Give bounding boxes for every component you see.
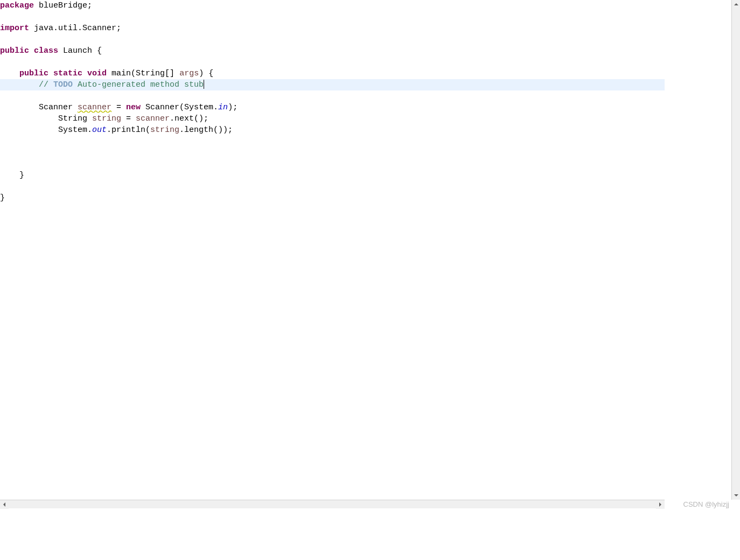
type-string: String (58, 114, 92, 123)
scroll-up-button[interactable] (732, 0, 740, 9)
keyword-static: static (53, 69, 82, 78)
var-scanner-decl: scanner (78, 103, 111, 112)
code-line-empty[interactable] (0, 57, 665, 68)
comment-marker: // (39, 80, 53, 89)
keyword-void: void (87, 69, 107, 78)
scroll-right-button[interactable] (656, 500, 665, 509)
package-name: blueBridge; (34, 1, 92, 10)
chevron-left-icon (2, 502, 6, 507)
code-line-empty[interactable] (0, 90, 665, 102)
text-cursor (204, 80, 204, 89)
class-name: Launch { (58, 46, 102, 55)
code-line-empty[interactable] (0, 181, 665, 192)
code-line[interactable]: } (0, 192, 665, 204)
code-line-empty[interactable] (0, 34, 665, 45)
code-line[interactable]: public class Launch { (0, 45, 665, 57)
method-signature: main(String[] (107, 69, 179, 78)
horizontal-scrollbar[interactable] (0, 500, 665, 508)
keyword-public: public (0, 46, 29, 55)
code-line[interactable]: String string = scanner.next(); (0, 113, 665, 124)
todo-tag: TODO (53, 80, 73, 89)
code-editor[interactable]: package blueBridge; import java.util.Sca… (0, 0, 665, 500)
keyword-new: new (126, 103, 141, 112)
chevron-down-icon (734, 493, 738, 498)
chevron-up-icon (734, 2, 738, 6)
code-line[interactable]: Scanner scanner = new Scanner(System.in)… (0, 102, 665, 113)
close-brace: } (0, 171, 24, 180)
code-line-empty[interactable] (0, 11, 665, 23)
chevron-right-icon (658, 502, 662, 507)
code-line[interactable]: package blueBridge; (0, 0, 665, 11)
keyword-import: import (0, 24, 29, 33)
var-string-decl: string (92, 114, 121, 123)
scroll-left-button[interactable] (0, 500, 9, 509)
code-line[interactable]: System.out.println(string.length()); (0, 124, 665, 136)
var-scanner-ref: scanner (136, 114, 170, 123)
scroll-down-button[interactable] (732, 491, 740, 500)
code-line-empty[interactable] (0, 147, 665, 158)
var-string-ref: string (150, 125, 179, 135)
vertical-scrollbar[interactable] (731, 0, 740, 500)
watermark-text: CSDN @lyhizjj (683, 500, 729, 508)
import-statement: java.util.Scanner; (29, 24, 121, 33)
keyword-public: public (19, 69, 48, 78)
code-line-empty[interactable] (0, 158, 665, 170)
code-line[interactable]: } (0, 170, 665, 181)
code-line-empty[interactable] (0, 136, 665, 147)
param-args: args (179, 69, 199, 78)
code-line[interactable]: public static void main(String[] args) { (0, 68, 665, 79)
code-line[interactable]: import java.util.Scanner; (0, 23, 665, 34)
keyword-class: class (34, 46, 58, 55)
close-brace: } (0, 193, 5, 202)
code-line-current[interactable]: // TODO Auto-generated method stub (0, 79, 665, 90)
keyword-package: package (0, 1, 34, 10)
field-in: in (218, 103, 228, 112)
field-out: out (92, 125, 107, 135)
comment-text: Auto-generated method stub (73, 80, 204, 89)
type-scanner: Scanner (39, 103, 78, 112)
